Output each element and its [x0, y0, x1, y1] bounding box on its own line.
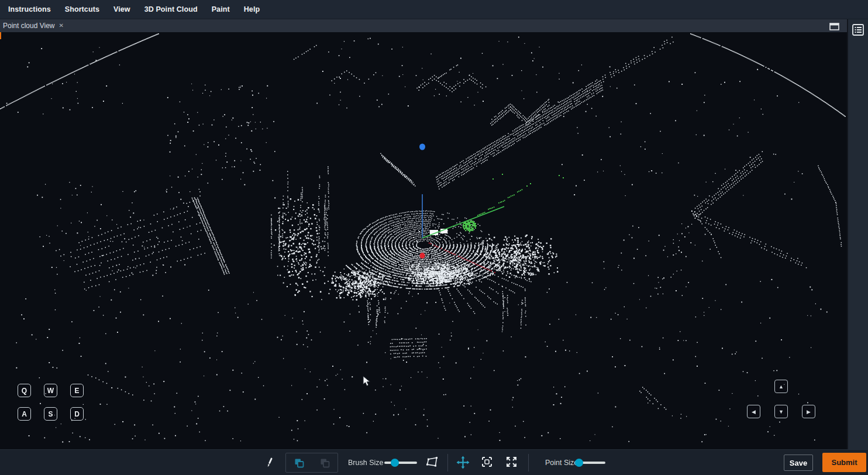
- paste-icon[interactable]: [319, 457, 331, 469]
- point-size-label: Point Size: [545, 450, 578, 475]
- tab-close-icon[interactable]: ✕: [59, 23, 64, 29]
- menu-item-view[interactable]: View: [113, 5, 130, 13]
- key-hint-q[interactable]: Q: [18, 384, 31, 397]
- save-button[interactable]: Save: [784, 455, 813, 471]
- window-icon[interactable]: [829, 22, 839, 30]
- fullscreen-icon[interactable]: [505, 456, 518, 468]
- point-cloud-viewport[interactable]: Q W E A S D ▲ ◀ ▼ ▶: [0, 32, 847, 449]
- menu-item-paint[interactable]: Paint: [212, 5, 230, 13]
- copy-tools-group: [285, 453, 338, 473]
- key-hint-d[interactable]: D: [70, 407, 84, 421]
- nav-right-button[interactable]: ▶: [802, 405, 815, 418]
- menu-item-3d-point-cloud[interactable]: 3D Point Cloud: [144, 5, 198, 13]
- fit-frame-icon[interactable]: [481, 456, 493, 468]
- point-size-slider[interactable]: [576, 462, 605, 464]
- tab-bar: Point cloud View ✕: [0, 19, 847, 32]
- brush-size-slider-thumb[interactable]: [391, 459, 399, 467]
- nav-right-icon: ▶: [807, 409, 811, 415]
- toolbar-divider: [528, 454, 529, 471]
- brush-size-label: Brush Size: [348, 450, 383, 475]
- copy-icon[interactable]: [293, 457, 305, 469]
- nav-left-icon: ◀: [752, 409, 756, 415]
- brush-tool-button[interactable]: [263, 456, 276, 470]
- nav-down-icon: ▼: [779, 409, 784, 415]
- submit-button[interactable]: Submit: [822, 453, 866, 472]
- edge-accent: [0, 32, 1, 39]
- toolbar-divider: [447, 454, 448, 471]
- key-hint-s[interactable]: S: [44, 407, 57, 421]
- right-rail: [848, 19, 868, 449]
- key-hint-e[interactable]: E: [70, 384, 84, 397]
- polygon-tool-button[interactable]: [425, 455, 439, 469]
- nav-up-button[interactable]: ▲: [774, 380, 788, 393]
- point-size-slider-thumb[interactable]: [575, 459, 583, 467]
- nav-up-icon: ▲: [779, 384, 784, 390]
- move-tool-button[interactable]: [456, 456, 470, 469]
- list-panel-icon[interactable]: [852, 23, 864, 36]
- tab-point-cloud-view[interactable]: Point cloud View: [3, 22, 55, 30]
- point-cloud-canvas[interactable]: [0, 32, 847, 449]
- key-hint-w[interactable]: W: [44, 384, 57, 397]
- key-hint-a[interactable]: A: [18, 407, 31, 421]
- bottom-toolbar: Brush Size: [0, 449, 868, 475]
- brush-size-slider[interactable]: [384, 462, 417, 464]
- app-window: Instructions Shortcuts View 3D Point Clo…: [0, 0, 868, 475]
- menu-item-shortcuts[interactable]: Shortcuts: [65, 5, 99, 13]
- menu-item-help[interactable]: Help: [244, 5, 260, 13]
- nav-left-button[interactable]: ◀: [747, 405, 760, 418]
- menu-item-instructions[interactable]: Instructions: [8, 5, 51, 13]
- nav-down-button[interactable]: ▼: [774, 405, 788, 418]
- menu-bar: Instructions Shortcuts View 3D Point Clo…: [0, 0, 868, 19]
